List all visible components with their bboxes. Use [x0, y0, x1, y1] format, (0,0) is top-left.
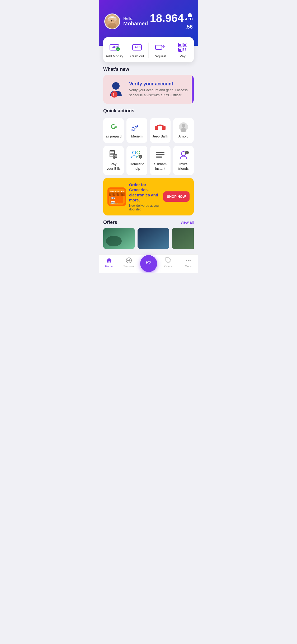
- svg-rect-44: [114, 158, 114, 159]
- svg-text:AED: AED: [135, 46, 140, 49]
- svg-rect-45: [115, 158, 116, 159]
- cash-out-icon: AED: [131, 43, 143, 52]
- jeep-salik-icon: [154, 122, 166, 132]
- svg-rect-70: [138, 228, 169, 249]
- offer-card-1[interactable]: [103, 228, 135, 249]
- user-name: Mohamed: [123, 21, 148, 27]
- svg-rect-46: [116, 158, 117, 159]
- transfer-icon: [126, 257, 132, 264]
- balance-main: 18.964: [150, 12, 184, 24]
- svg-rect-31: [158, 126, 162, 130]
- svg-rect-71: [172, 228, 194, 249]
- svg-rect-23: [183, 49, 184, 50]
- svg-point-33: [182, 124, 185, 128]
- add-money-button[interactable]: AED + Add Money: [103, 43, 126, 58]
- domestic-help-icon: +: [131, 150, 143, 159]
- svg-rect-41: [114, 157, 114, 157]
- svg-text:نول: نول: [131, 124, 138, 128]
- svg-text:!: !: [113, 92, 114, 97]
- meriem-button[interactable]: نول nol Meriem: [126, 118, 147, 143]
- invite-friends-icon: +: [178, 150, 189, 159]
- domestic-help-button[interactable]: + Domestic help: [126, 146, 147, 175]
- offers-title: Offers: [103, 220, 117, 225]
- jeep-salik-button[interactable]: Jeep Salik: [150, 118, 171, 143]
- nav-home[interactable]: Home: [99, 257, 119, 268]
- svg-rect-21: [183, 48, 184, 49]
- svg-rect-14: [155, 45, 162, 49]
- offers-header: Offers view all: [103, 220, 194, 225]
- payit-fab-button[interactable]: pay it: [140, 255, 157, 272]
- ali-prepaid-label: ali prepaid: [106, 134, 121, 139]
- verify-account-banner[interactable]: ! Verify your account Verify your accoun…: [103, 75, 194, 104]
- svg-rect-40: [114, 155, 117, 156]
- svg-rect-20: [179, 49, 181, 51]
- quick-actions-grid: ali prepaid نول nol Meriem Jeep: [103, 118, 194, 175]
- balance-amount: 18.964 AED .56: [148, 13, 193, 30]
- svg-point-68: [106, 236, 122, 246]
- pay-button[interactable]: Pay: [171, 43, 194, 58]
- svg-point-5: [110, 18, 115, 23]
- svg-text:GROCERY: GROCERY: [111, 199, 116, 201]
- greeting: Hello, Mohamed: [123, 16, 148, 27]
- arnold-button[interactable]: Arnold: [173, 118, 194, 143]
- verify-icon: !: [107, 80, 126, 99]
- arnold-icon: [178, 122, 189, 132]
- offer-card-2[interactable]: [138, 228, 169, 249]
- nav-more[interactable]: More: [178, 257, 198, 268]
- svg-rect-38: [110, 154, 113, 155]
- shop-now-button[interactable]: SHOP NOW: [163, 191, 190, 202]
- svg-text:+: +: [117, 48, 119, 51]
- whats-new-title: What's new: [103, 67, 194, 72]
- notification-icon[interactable]: [187, 13, 193, 19]
- offers-icon: [165, 257, 172, 264]
- pay-label: Pay: [180, 54, 185, 58]
- banner-accent: [192, 75, 194, 104]
- svg-point-47: [133, 151, 136, 154]
- svg-point-6: [111, 20, 112, 21]
- bottom-nav: Home Transfer pay it Offers: [99, 254, 198, 273]
- svg-point-7: [113, 20, 114, 21]
- svg-rect-22: [185, 48, 186, 49]
- svg-rect-37: [110, 153, 114, 154]
- invite-friends-label: Invite friends: [178, 162, 188, 171]
- pay-bills-icon: [108, 150, 119, 159]
- ali-prepaid-button[interactable]: ali prepaid: [103, 118, 124, 143]
- offers-strip: [103, 228, 194, 249]
- svg-point-25: [112, 82, 120, 90]
- svg-rect-36: [110, 151, 114, 152]
- svg-rect-16: [179, 44, 181, 46]
- pay-bills-button[interactable]: Pay your Bills: [103, 146, 124, 175]
- quick-actions-title: Quick actions: [103, 108, 194, 114]
- edirham-icon: [154, 150, 166, 159]
- balance-cents: .56: [185, 24, 193, 30]
- svg-rect-51: [156, 152, 164, 153]
- nav-transfer[interactable]: Transfer: [119, 257, 139, 268]
- svg-rect-18: [184, 44, 186, 46]
- svg-rect-52: [156, 154, 164, 155]
- marketplace-text: Order for Groceries, electronics and mor…: [129, 182, 160, 211]
- mp-bold-text: Groceries, electronics and more.: [129, 187, 158, 202]
- svg-text:SHOP: SHOP: [111, 197, 115, 199]
- nav-offers[interactable]: Offers: [158, 257, 178, 268]
- meriem-icon: نول nol: [131, 122, 143, 132]
- svg-point-74: [186, 260, 187, 261]
- user-row: Hello, Mohamed 18.964 AED .56: [104, 13, 193, 30]
- marketplace-logo: MARKETPLACE SHOP GROCERY SHOP ELECTRONIC…: [107, 187, 126, 206]
- view-all-offers[interactable]: view all: [181, 220, 194, 224]
- cash-out-button[interactable]: AED Cash out: [126, 43, 149, 58]
- svg-point-76: [190, 260, 191, 261]
- avatar[interactable]: [104, 13, 120, 29]
- add-money-icon: AED +: [109, 43, 120, 52]
- request-button[interactable]: Request: [149, 43, 171, 58]
- ali-prepaid-icon: [108, 122, 119, 132]
- payit-logo-text2: it: [148, 264, 149, 267]
- user-info: Hello, Mohamed: [104, 13, 148, 29]
- edirham-button[interactable]: eDirham Instant: [150, 146, 171, 175]
- invite-friends-button[interactable]: + Invite friends: [173, 146, 194, 175]
- meriem-label: Meriem: [131, 134, 143, 139]
- quick-actions-row-1: ali prepaid نول nol Meriem Jeep: [103, 118, 194, 143]
- offers-nav-label: Offers: [164, 265, 172, 268]
- svg-text:+: +: [140, 155, 141, 158]
- marketplace-banner[interactable]: MARKETPLACE SHOP GROCERY SHOP ELECTRONIC…: [103, 178, 194, 215]
- offer-card-3[interactable]: [172, 228, 194, 249]
